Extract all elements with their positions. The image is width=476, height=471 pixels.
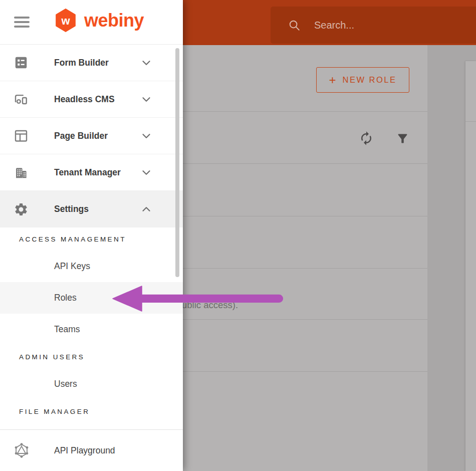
sidebar-item-tenant-manager[interactable]: Tenant Manager — [0, 154, 183, 191]
new-role-button[interactable]: + NEW ROLE — [316, 67, 409, 93]
tenant-manager-icon — [14, 165, 29, 180]
headless-cms-icon — [14, 92, 29, 107]
plus-icon: + — [329, 74, 336, 86]
graphql-icon — [14, 442, 30, 458]
sidebar-item-teams[interactable]: Teams — [0, 314, 183, 345]
sidebar-item-settings[interactable]: Settings — [0, 191, 183, 227]
roles-page-toolbar: + NEW ROLE — [183, 45, 427, 112]
sidebar-item-form-builder[interactable]: Form Builder — [0, 45, 183, 81]
section-header-admin-users: ADMIN USERS — [0, 345, 183, 368]
role-list-row: ublic access). — [183, 269, 427, 320]
sidebar-item-headless-cms[interactable]: Headless CMS — [0, 81, 183, 118]
sidebar-item-api-keys[interactable]: API Keys — [0, 251, 183, 282]
refresh-icon — [359, 131, 374, 146]
page-builder-icon — [14, 128, 29, 143]
sidebar-item-label: API Playground — [54, 445, 115, 456]
chevron-up-icon — [140, 203, 153, 216]
section-header-file-manager: FILE MANAGER — [0, 400, 183, 423]
webiny-hexagon-logo-icon: w — [55, 9, 76, 32]
svg-text:w: w — [61, 15, 70, 27]
chevron-down-icon — [140, 166, 153, 179]
search-box[interactable] — [271, 7, 476, 44]
chevron-down-icon — [140, 129, 153, 142]
new-role-label: NEW ROLE — [343, 75, 397, 85]
hamburger-menu-button[interactable] — [14, 17, 30, 28]
detail-panel-divider — [465, 121, 476, 122]
sidebar-item-label: Page Builder — [54, 131, 108, 141]
sidebar-item-roles[interactable]: Roles — [0, 282, 183, 314]
filter-icon — [396, 132, 409, 145]
webiny-logo[interactable]: w webiny — [55, 9, 144, 32]
role-list-row — [183, 216, 427, 269]
settings-gear-icon — [14, 202, 29, 217]
section-header-access-management: ACCESS MANAGEMENT — [0, 227, 183, 251]
drawer-scrollbar-thumb[interactable] — [175, 48, 179, 277]
role-detail-panel-edge — [465, 61, 476, 471]
sidebar-item-label: Form Builder — [54, 58, 109, 68]
roles-list: ublic access). — [183, 112, 427, 471]
form-builder-icon — [14, 55, 29, 70]
search-input[interactable] — [314, 20, 434, 31]
role-description-partial: ublic access). — [182, 300, 238, 311]
chevron-down-icon — [140, 93, 153, 106]
sidebar-item-api-playground[interactable]: API Playground — [0, 430, 183, 471]
sidebar-item-label: Headless CMS — [54, 94, 115, 105]
drawer-header: w webiny — [0, 0, 183, 45]
role-list-row — [183, 164, 427, 216]
sidebar-item-users[interactable]: Users — [0, 368, 183, 400]
list-toolbar-row — [183, 112, 427, 164]
role-list-empty-area — [183, 372, 427, 470]
screen: + NEW ROLE ublic access). — [0, 0, 476, 471]
sidebar-item-label: Settings — [54, 204, 89, 214]
filter-button[interactable] — [396, 132, 409, 145]
sidebar-item-page-builder[interactable]: Page Builder — [0, 118, 183, 154]
chevron-down-icon — [140, 56, 153, 69]
nav-drawer: w webiny Form Builder — [0, 0, 183, 471]
search-icon — [288, 19, 301, 32]
sidebar-item-label: Tenant Manager — [54, 167, 121, 178]
refresh-button[interactable] — [359, 131, 374, 146]
webiny-wordmark: webiny — [84, 10, 144, 31]
role-list-row — [183, 320, 427, 372]
